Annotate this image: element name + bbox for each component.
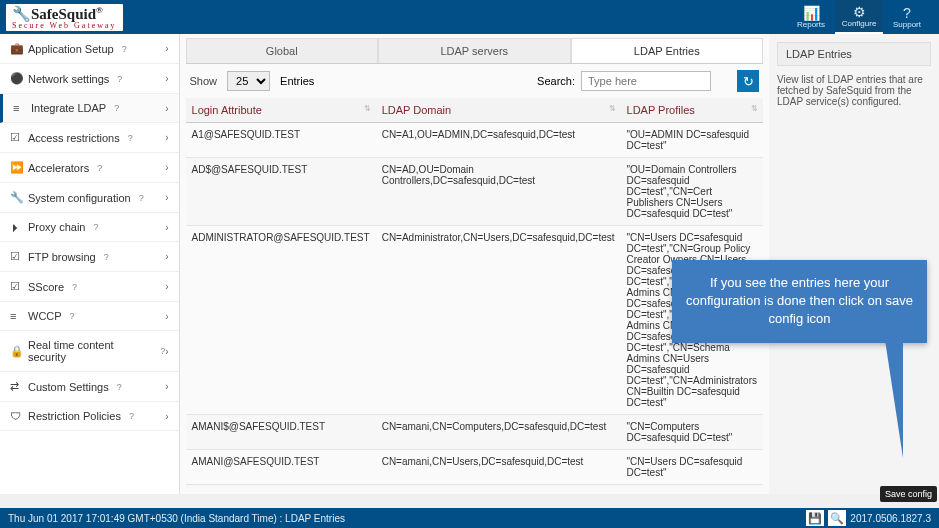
sidebar-icon: 🔧	[10, 191, 22, 204]
sidebar-item-integrate-ldap[interactable]: ≡Integrate LDAP?›	[0, 94, 179, 123]
sidebar-item-label: Accelerators	[28, 162, 89, 174]
info-icon: ?	[114, 103, 119, 113]
logo-main: 🔧SafeSquid®	[12, 5, 117, 23]
callout-tip: If you see the entries here your configu…	[672, 260, 927, 343]
cell-profiles: "CN=Computers DC=safesquid DC=test"	[621, 415, 763, 450]
column-header[interactable]: LDAP Profiles⇅	[621, 98, 763, 123]
table-row[interactable]: AMANI$@SAFESQUID.TESTCN=amani,CN=Compute…	[186, 415, 763, 450]
sidebar-item-custom-settings[interactable]: ⇄Custom Settings?›	[0, 372, 179, 402]
chevron-right-icon: ›	[165, 411, 168, 422]
cell-login: AMIT-K$@SAFESQUID.TEST	[186, 485, 376, 489]
sidebar-item-label: System configuration	[28, 192, 131, 204]
cell-login: ADMINISTRATOR@SAFESQUID.TEST	[186, 226, 376, 415]
sidebar-item-network-settings[interactable]: ⚫Network settings?›	[0, 64, 179, 94]
sidebar-item-sscore[interactable]: ☑SScore?›	[0, 272, 179, 302]
sidebar-icon: 💼	[10, 42, 22, 55]
refresh-button[interactable]: ↻	[737, 70, 759, 92]
sidebar: 💼Application Setup?›⚫Network settings?›≡…	[0, 34, 180, 494]
info-icon: ?	[104, 252, 109, 262]
cell-profiles: "OU=Domain Controllers DC=safesquid DC=t…	[621, 158, 763, 226]
sidebar-icon: ⚫	[10, 72, 22, 85]
sidebar-item-label: Custom Settings	[28, 381, 109, 393]
sidebar-item-label: FTP browsing	[28, 251, 96, 263]
sidebar-item-label: SScore	[28, 281, 64, 293]
cell-domain: CN=amani,CN=Users,DC=safesquid,DC=test	[376, 450, 621, 485]
tab-global[interactable]: Global	[186, 38, 379, 63]
sidebar-icon: ☑	[10, 280, 22, 293]
sidebar-item-ftp-browsing[interactable]: ☑FTP browsing?›	[0, 242, 179, 272]
chevron-right-icon: ›	[165, 162, 168, 173]
chevron-right-icon: ›	[165, 132, 168, 143]
chevron-right-icon: ›	[165, 346, 168, 357]
reports-icon: 📊	[803, 6, 820, 20]
chevron-right-icon: ›	[165, 103, 168, 114]
search-input[interactable]	[581, 71, 711, 91]
cell-profiles: "CN=Users DC=safesquid DC=test"	[621, 450, 763, 485]
cell-login: AMANI@SAFESQUID.TEST	[186, 450, 376, 485]
sort-icon: ⇅	[609, 104, 615, 113]
support-button[interactable]: ?Support	[883, 0, 931, 34]
right-panel-title: LDAP Entries	[777, 42, 931, 66]
sidebar-item-restriction-policies[interactable]: 🛡Restriction Policies?›	[0, 402, 179, 431]
show-label: Show	[190, 75, 218, 87]
chevron-right-icon: ›	[165, 222, 168, 233]
info-icon: ?	[129, 411, 134, 421]
cell-domain: CN=Administrator,CN=Users,DC=safesquid,D…	[376, 226, 621, 415]
top-actions: 📊Reports⚙Configure?Support	[787, 0, 931, 34]
sort-icon: ⇅	[751, 104, 757, 113]
sidebar-icon: ⏩	[10, 161, 22, 174]
logo-sub: Secure Web Gateway	[12, 21, 117, 30]
configure-icon: ⚙	[853, 5, 866, 19]
reports-button[interactable]: 📊Reports	[787, 0, 835, 34]
page-size-select[interactable]: 25	[227, 71, 270, 91]
search-config-button[interactable]: 🔍	[828, 510, 846, 526]
column-header[interactable]: LDAP Domain⇅	[376, 98, 621, 123]
tabs: GlobalLDAP serversLDAP Entries	[186, 38, 763, 64]
sidebar-icon: ≡	[10, 310, 22, 322]
save-config-tooltip: Save config	[880, 486, 937, 502]
info-icon: ?	[139, 193, 144, 203]
chevron-right-icon: ›	[165, 192, 168, 203]
table-row[interactable]: AMANI@SAFESQUID.TESTCN=amani,CN=Users,DC…	[186, 450, 763, 485]
info-icon: ?	[70, 311, 75, 321]
cell-login: AMANI$@SAFESQUID.TEST	[186, 415, 376, 450]
sidebar-item-real-time-content-security[interactable]: 🔒Real time content security?›	[0, 331, 179, 372]
tab-ldap-servers[interactable]: LDAP servers	[378, 38, 571, 63]
table-row[interactable]: AMIT-K$@SAFESQUID.TESTCN=AMIT-K,CN=Compu…	[186, 485, 763, 489]
sidebar-item-label: Integrate LDAP	[31, 102, 106, 114]
sidebar-item-label: Real time content security	[28, 339, 152, 363]
right-panel-desc: View list of LDAP entries that are fetch…	[777, 74, 931, 107]
sidebar-item-accelerators[interactable]: ⏩Accelerators?›	[0, 153, 179, 183]
chevron-right-icon: ›	[165, 381, 168, 392]
sidebar-icon: ⇄	[10, 380, 22, 393]
info-icon: ?	[122, 44, 127, 54]
cell-login: AD$@SAFESQUID.TEST	[186, 158, 376, 226]
sidebar-item-label: Network settings	[28, 73, 109, 85]
sidebar-item-system-configuration[interactable]: 🔧System configuration?›	[0, 183, 179, 213]
footer-status: Thu Jun 01 2017 17:01:49 GMT+0530 (India…	[8, 513, 345, 524]
cell-login: A1@SAFESQUID.TEST	[186, 123, 376, 158]
tab-ldap-entries[interactable]: LDAP Entries	[571, 38, 764, 63]
chevron-right-icon: ›	[165, 311, 168, 322]
sidebar-item-application-setup[interactable]: 💼Application Setup?›	[0, 34, 179, 64]
column-header[interactable]: Login Attribute⇅	[186, 98, 376, 123]
chevron-right-icon: ›	[165, 281, 168, 292]
sidebar-item-label: Application Setup	[28, 43, 114, 55]
save-config-button[interactable]: 💾	[806, 510, 824, 526]
search-label: Search:	[537, 75, 575, 87]
configure-button[interactable]: ⚙Configure	[835, 0, 883, 34]
sidebar-item-access-restrictions[interactable]: ☑Access restrictions?›	[0, 123, 179, 153]
cell-domain: CN=amani,CN=Computers,DC=safesquid,DC=te…	[376, 415, 621, 450]
entries-label: Entries	[280, 75, 314, 87]
sidebar-item-wccp[interactable]: ≡WCCP?›	[0, 302, 179, 331]
cell-domain: CN=AMIT-K,CN=Computers,DC=safesquid,DC=t…	[376, 485, 621, 489]
table-row[interactable]: A1@SAFESQUID.TESTCN=A1,OU=ADMIN,DC=safes…	[186, 123, 763, 158]
info-icon: ?	[93, 222, 98, 232]
footer: Thu Jun 01 2017 17:01:49 GMT+0530 (India…	[0, 508, 939, 528]
chevron-right-icon: ›	[165, 73, 168, 84]
table-row[interactable]: AD$@SAFESQUID.TESTCN=AD,OU=Domain Contro…	[186, 158, 763, 226]
sidebar-icon: ≡	[13, 102, 25, 114]
sidebar-item-proxy-chain[interactable]: ⏵Proxy chain?›	[0, 213, 179, 242]
cell-profiles: "OU=ADMIN DC=safesquid DC=test"	[621, 123, 763, 158]
sidebar-item-label: Restriction Policies	[28, 410, 121, 422]
